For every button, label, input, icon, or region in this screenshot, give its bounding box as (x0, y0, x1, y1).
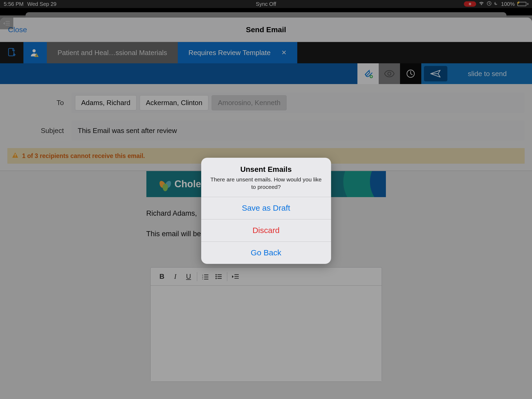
save-as-draft-button[interactable]: Save as Draft (201, 197, 331, 219)
alert-message: There are unsent emails. How would you l… (209, 176, 323, 191)
unsent-emails-alert: Unsent Emails There are unsent emails. H… (201, 158, 331, 264)
discard-button[interactable]: Discard (201, 219, 331, 242)
alert-title: Unsent Emails (209, 165, 323, 174)
go-back-button[interactable]: Go Back (201, 242, 331, 264)
